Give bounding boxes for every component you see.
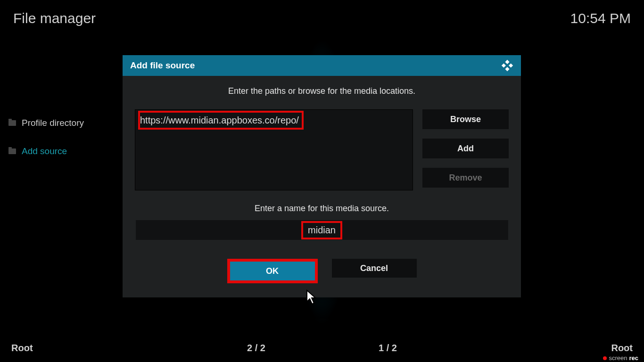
topbar: File manager 10:54 PM bbox=[13, 10, 631, 26]
path-value: https://www.midian.appboxes.co/repo/ bbox=[140, 115, 299, 125]
bottombar: Root 2 / 2 1 / 2 Root bbox=[11, 343, 633, 354]
browse-button[interactable]: Browse bbox=[422, 109, 509, 129]
right-count: 1 / 2 bbox=[379, 343, 397, 354]
screenrec-watermark: screenrec bbox=[601, 354, 640, 362]
sidebar-item-label: Profile directory bbox=[22, 118, 84, 128]
ok-button[interactable]: OK bbox=[230, 262, 315, 280]
folder-icon bbox=[8, 120, 16, 126]
dialog-title: Add file source bbox=[130, 60, 195, 71]
source-name-value: midian bbox=[308, 225, 336, 235]
source-name-input[interactable]: midian bbox=[136, 220, 508, 240]
sidebar-item-label: Add source bbox=[22, 146, 67, 156]
page-title: File manager bbox=[13, 10, 96, 26]
svg-rect-2 bbox=[509, 63, 513, 67]
paths-prompt: Enter the paths or browse for the media … bbox=[135, 86, 509, 96]
paths-list[interactable]: https://www.midian.appboxes.co/repo/ bbox=[135, 109, 413, 190]
svg-rect-1 bbox=[502, 63, 506, 67]
left-root-label: Root bbox=[11, 343, 33, 354]
remove-button: Remove bbox=[422, 168, 509, 188]
record-dot-icon bbox=[603, 356, 607, 360]
dialog-header: Add file source bbox=[123, 55, 521, 76]
add-button[interactable]: Add bbox=[422, 139, 509, 158]
kodi-logo-icon bbox=[501, 59, 513, 72]
cancel-button[interactable]: Cancel bbox=[332, 259, 417, 278]
sidebar-item-profile-directory[interactable]: Profile directory bbox=[8, 116, 84, 130]
left-count: 2 / 2 bbox=[247, 343, 265, 354]
right-root-label: Root bbox=[611, 343, 633, 354]
add-file-source-dialog: Add file source Enter the paths or brows… bbox=[123, 55, 521, 297]
clock: 10:54 PM bbox=[570, 10, 631, 26]
sidebar: Profile directory Add source bbox=[8, 116, 84, 173]
svg-rect-0 bbox=[505, 60, 509, 64]
path-entry[interactable]: https://www.midian.appboxes.co/repo/ bbox=[135, 110, 413, 131]
name-prompt: Enter a name for this media source. bbox=[135, 204, 509, 214]
svg-rect-3 bbox=[505, 67, 509, 71]
sidebar-item-add-source[interactable]: Add source bbox=[8, 144, 84, 158]
folder-icon bbox=[8, 148, 16, 154]
